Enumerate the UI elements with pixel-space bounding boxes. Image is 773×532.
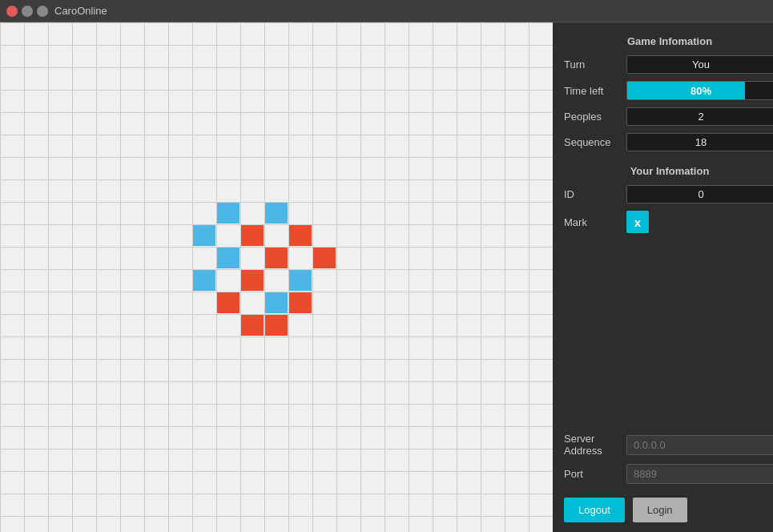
minimize-button[interactable]	[22, 6, 33, 17]
port-input[interactable]	[626, 464, 773, 484]
port-label: Port	[564, 468, 620, 480]
id-value: 0	[626, 185, 773, 204]
logout-button[interactable]: Logout	[564, 498, 625, 522]
app-title: CaroOnline	[54, 5, 107, 17]
server-address-input[interactable]	[626, 435, 773, 455]
main-area: Game Infomation Turn You Time left 80% P…	[0, 22, 773, 532]
window-controls[interactable]	[6, 6, 48, 17]
sequence-row: Sequence 18	[564, 133, 773, 151]
game-grid[interactable]	[0, 22, 553, 532]
server-address-row: Server Address	[564, 433, 773, 457]
title-bar: CaroOnline	[0, 0, 773, 22]
right-panel: Game Infomation Turn You Time left 80% P…	[553, 22, 773, 532]
time-left-row: Time left 80%	[564, 81, 773, 100]
game-info-title: Game Infomation	[564, 35, 773, 47]
progress-label: 80%	[690, 85, 711, 97]
id-label: ID	[564, 188, 620, 200]
time-left-label: Time left	[564, 85, 620, 97]
mark-label: Mark	[564, 216, 620, 228]
id-row: ID 0	[564, 185, 773, 204]
button-row: Logout Login	[564, 498, 773, 522]
peoples-row: Peoples 2	[564, 107, 773, 126]
turn-value: You	[626, 55, 773, 74]
time-left-bar: 80%	[626, 81, 773, 100]
sequence-value: 18	[626, 133, 773, 151]
peoples-label: Peoples	[564, 111, 620, 123]
turn-row: Turn You	[564, 55, 773, 74]
grid-canvas[interactable]	[0, 22, 553, 532]
your-info-title: Your Infomation	[564, 165, 773, 177]
sequence-label: Sequence	[564, 136, 620, 148]
login-button[interactable]: Login	[633, 498, 687, 522]
progress-fill	[627, 82, 745, 99]
turn-label: Turn	[564, 58, 620, 71]
maximize-button[interactable]	[37, 6, 48, 17]
server-address-label: Server Address	[564, 433, 620, 457]
close-button[interactable]	[6, 6, 18, 17]
mark-value: x	[626, 211, 649, 233]
peoples-value: 2	[626, 107, 773, 126]
mark-row: Mark x	[564, 211, 773, 233]
port-row: Port	[564, 464, 773, 484]
